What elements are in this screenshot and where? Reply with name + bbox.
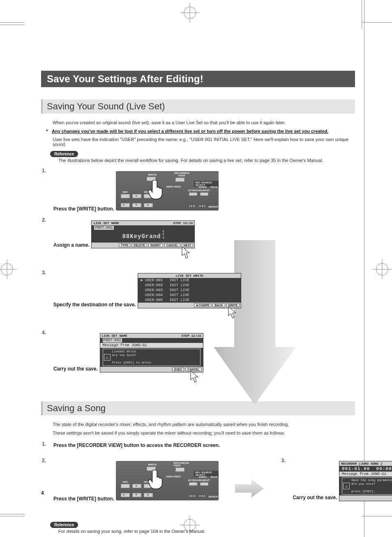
write-panel-illustration: WRITE RECORDER VIEW REC SOURCE SELECT UN… [116,461,219,500]
cursor-icon [100,373,203,389]
section-heading-liveset: Saving Your Sound (Live Set) [41,100,355,113]
step-title: Press the [WRITE] button. [53,496,114,502]
step-title: Carry out the save. [293,495,337,500]
write-panel-illustration: WRITE RECORDER VIEW REC SOURCE SELECT UN… [116,171,219,211]
step-title: Press the [RECORDER VIEW] button to acce… [53,442,220,448]
lcd-name-screen: LIVE SET NAME STEP 12/16 PRST:001 88KeyG… [91,220,195,249]
song-intro1: The state of the digital recorder's mixe… [41,415,355,428]
liveset-intro: When you've created an original sound (l… [41,113,355,126]
step-title: Assign a name. [53,242,90,248]
step-title: Specify the destination of the save. [53,302,136,308]
lcd-song-screen: RECORDER [JUNO SONG ] ♩=120 001-01.00 00… [339,461,392,501]
liveset-steps: Press the [WRITE] button. WRITE RECORDER… [41,168,355,389]
page-number: 4 [41,490,44,496]
reference-badge: Reference [50,522,78,528]
song-intro2: These settings won't be saved if you sim… [41,428,355,437]
song-steps: Press the [RECORDER VIEW] button to acce… [41,441,355,449]
warning-icon: ⚠ [343,483,350,489]
right-arrow [235,478,264,500]
cursor-icon [339,501,392,518]
lcd-write-screen: LIVE SET WRITE ► USER:001 INIT LIVE USER… [138,273,241,308]
warning-icon: ⚠ [104,354,111,361]
cursor-icon [91,248,195,265]
step-title: Carry out the save. [53,366,98,372]
reference-badge: Reference [50,151,78,157]
reference-text: The illustrations below depict the overa… [41,157,355,163]
page-title: Save Your Settings After Editing! [41,71,355,87]
cursor-icon [138,308,241,325]
step-title: Press the [WRITE] button. [53,206,114,212]
reference-text: For details on saving your song, refer t… [41,528,355,534]
lcd-confirm-screen: LIVE SET NAME STEP 12/16 PRST:001 Messag… [100,333,203,373]
section-heading-song: Saving a Song [41,401,355,415]
liveset-note: User live sets have the indication "USER… [41,134,355,147]
liveset-warning: *Any changes you've made will be lost if… [41,126,355,134]
